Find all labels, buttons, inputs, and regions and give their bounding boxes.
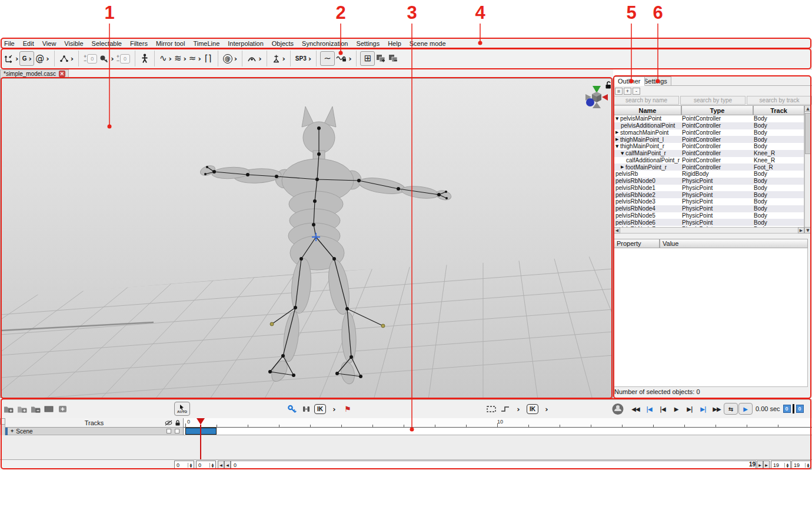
table-row[interactable]: pelvisRbNode1PhysicPointBody xyxy=(614,185,804,192)
ik-baking-button[interactable]: IK xyxy=(527,402,538,415)
scroll-right-icon[interactable]: ▶ xyxy=(798,227,804,234)
jump-end-button[interactable]: ▶| xyxy=(697,403,710,415)
scroll-down-icon[interactable]: ▼ xyxy=(804,227,811,234)
menu-synchronization[interactable]: Synchronization xyxy=(298,40,352,47)
g-space-tool[interactable]: G› xyxy=(19,51,34,66)
ik-mode-button[interactable]: IK xyxy=(314,402,326,415)
solid-track-button[interactable] xyxy=(44,402,54,415)
chevron-right-icon[interactable]: › xyxy=(29,54,32,63)
lock-icon[interactable] xyxy=(175,419,181,426)
chevron-right-icon[interactable]: › xyxy=(258,54,261,63)
track-lock-checkbox[interactable] xyxy=(175,429,179,433)
tilde-curve-toggle[interactable]: ∼ xyxy=(320,51,335,66)
chevron-right-icon[interactable]: › xyxy=(71,54,74,63)
scroll-up-icon[interactable]: ▲ xyxy=(804,105,811,112)
key-button[interactable] xyxy=(287,402,298,415)
collapse-icon[interactable]: ▼ xyxy=(615,144,620,149)
scene-track-row[interactable]: + Scene xyxy=(5,428,184,435)
animation-clip-bar[interactable] xyxy=(185,428,217,435)
column-header-track[interactable]: Track xyxy=(753,105,804,115)
select-range-button[interactable] xyxy=(486,402,497,415)
scroll-left-icon[interactable]: ◀ xyxy=(614,227,620,234)
interval-button[interactable] xyxy=(301,402,311,415)
jump-start-button[interactable]: |◀ xyxy=(643,403,655,415)
close-icon[interactable]: ✕ xyxy=(59,71,65,77)
expand-icon[interactable]: ▶ xyxy=(615,137,620,142)
step-left-icon[interactable]: ◀ xyxy=(224,461,231,469)
track-visible-checkbox[interactable] xyxy=(167,429,171,433)
timeline-scrollbar[interactable]: 0 xyxy=(231,461,756,469)
value-spinner-2[interactable]: +−0 xyxy=(117,54,130,64)
viewport-3d[interactable] xyxy=(0,78,613,398)
table-row[interactable]: ▼pelvisMainPointPointControllerBody xyxy=(614,115,804,122)
expand-icon[interactable]: ▶ xyxy=(621,165,625,169)
copy-layers-remove-tool[interactable] xyxy=(387,51,400,66)
collapse-icon[interactable]: ▼ xyxy=(615,116,620,121)
track-scroll-box[interactable] xyxy=(0,418,5,425)
table-row[interactable]: calfAdditionalPoint_rPointControllerKnee… xyxy=(614,157,804,164)
menu-interpolation[interactable]: Interpolation xyxy=(224,40,268,47)
play-button[interactable]: ▶ xyxy=(670,403,683,415)
add-subtrack-button[interactable] xyxy=(16,402,27,415)
prev-frame-button[interactable]: |◀ xyxy=(656,403,669,415)
search-by-name-input[interactable]: search by name xyxy=(614,96,679,105)
point-nodes-tool[interactable]: › xyxy=(58,51,75,66)
expand-all-button[interactable]: + xyxy=(624,88,631,95)
chevron-right-icon[interactable]: › xyxy=(282,54,285,63)
table-row[interactable]: ▼thighMainPoint_rPointControllerBody xyxy=(614,143,804,150)
table-row[interactable]: pelvisAdditionalPointPointControllerBody xyxy=(614,122,804,129)
camera-lock-icon[interactable] xyxy=(605,81,613,89)
shift-right-icon[interactable]: ▶ xyxy=(763,461,770,469)
chevron-right-icon[interactable]: › xyxy=(183,54,186,63)
menu-edit[interactable]: Edit xyxy=(19,40,38,47)
value-spinner-1-plusminus[interactable]: +− xyxy=(84,55,86,63)
horizontal-scrollbar[interactable] xyxy=(614,227,804,234)
chevron-right-icon[interactable]: › xyxy=(234,54,237,63)
chevron-right-icon[interactable]: › xyxy=(198,54,201,63)
table-row[interactable]: ▶thighMainPoint_lPointControllerBody xyxy=(614,136,804,143)
chevron-right-icon[interactable]: › xyxy=(348,54,351,63)
value-spinner-1[interactable]: +−0 xyxy=(84,54,97,64)
add-track-group-button[interactable] xyxy=(3,402,14,415)
document-tab[interactable]: *simple_model.casc ✕ xyxy=(0,69,69,78)
tree-mode-button[interactable]: ≡ xyxy=(615,88,623,95)
visibility-off-icon[interactable] xyxy=(165,420,172,426)
menu-selectable[interactable]: Selectable xyxy=(88,40,126,47)
waves-flow-tool[interactable]: ≈› xyxy=(188,51,202,66)
search-by-type-input[interactable]: search by type xyxy=(680,96,746,105)
table-row[interactable]: pelvisRbNode6PhysicPointBody xyxy=(614,219,804,226)
fast-forward-button[interactable]: ▶▶ xyxy=(710,403,723,415)
playhead-handle[interactable] xyxy=(197,418,205,425)
sp3-tool[interactable]: SP3› xyxy=(294,51,312,66)
next-frame-button[interactable]: ▶| xyxy=(683,403,696,415)
expand-icon[interactable]: + xyxy=(11,428,14,434)
table-row[interactable]: ▶footMainPoint_rPointControllerFoot_R xyxy=(614,164,804,171)
range-end-spinbox-2[interactable]: 19▲▼ xyxy=(791,461,811,469)
table-row[interactable]: pelvisRbNode0PhysicPointBody xyxy=(614,178,804,185)
range-end-spinbox[interactable]: 19▲▼ xyxy=(771,461,791,469)
copy-layers-add-tool[interactable] xyxy=(375,51,387,66)
chevron-right-icon[interactable]: › xyxy=(46,54,49,63)
step-chevron[interactable]: › xyxy=(513,402,524,415)
rewind-button[interactable]: ◀◀ xyxy=(629,403,642,415)
menu-file[interactable]: File xyxy=(0,40,19,47)
menu-view[interactable]: View xyxy=(38,40,61,47)
spiral-rotate-tool[interactable]: @› xyxy=(34,51,50,66)
table-row[interactable]: ▼calfMainPoint_rPointControllerKnee_R xyxy=(614,150,804,157)
loop-toggle-button[interactable]: ⇆ xyxy=(724,403,738,415)
collapse-all-button[interactable]: - xyxy=(633,88,640,95)
record-at-tool[interactable]: @› xyxy=(222,51,238,66)
menu-settings[interactable]: Settings xyxy=(352,40,384,47)
table-row[interactable]: pelvisRbNode2PhysicPointBody xyxy=(614,191,804,198)
menu-visible[interactable]: Visible xyxy=(60,40,87,47)
menu-mirror-tool[interactable]: Mirror tool xyxy=(152,40,189,47)
ball-key-tool[interactable]: › xyxy=(98,51,115,66)
step-interpolation-button[interactable] xyxy=(500,402,510,415)
table-row[interactable]: pelvisRbRigidBodyBody xyxy=(614,171,804,178)
scene-track-timeline[interactable] xyxy=(184,428,812,435)
chevron-right-icon[interactable]: › xyxy=(308,54,311,63)
wave-tool[interactable]: ∿› xyxy=(158,51,173,66)
collapse-icon[interactable]: ▼ xyxy=(621,151,625,156)
table-row[interactable]: ▶stomachMainPointPointControllerBody xyxy=(614,129,804,136)
chevron-right-icon[interactable]: › xyxy=(111,54,114,63)
